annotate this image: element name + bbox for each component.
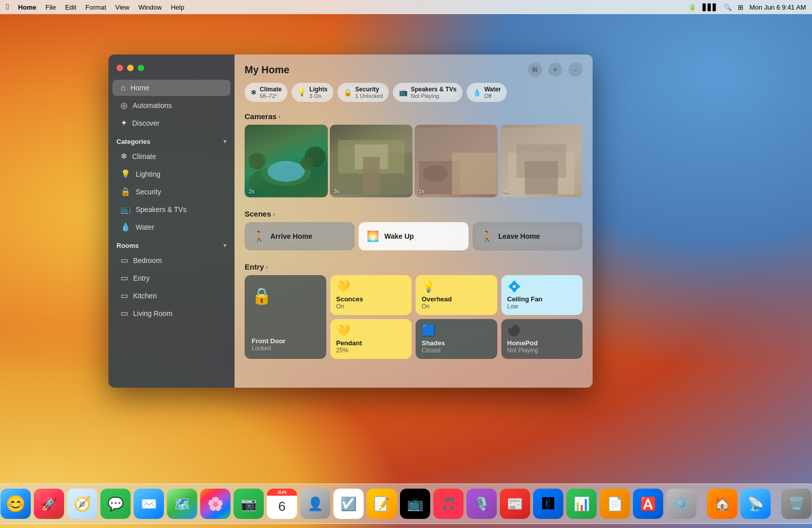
homepod-name: HomePod (507, 339, 577, 347)
scenes-chevron: › (273, 211, 275, 217)
speakers-pill[interactable]: 📺 Speakers & TVs Not Playing (393, 83, 462, 102)
dock-launchpad[interactable]: 🚀 (34, 489, 64, 519)
security-pill[interactable]: 🔒 Security 1 Unlocked (337, 83, 389, 102)
homepod-card[interactable]: ⚫ HomePod Not Playing (501, 319, 583, 359)
overhead-card[interactable]: 💡 Overhead On (416, 275, 497, 315)
dock-podcasts[interactable]: 🎙️ (467, 489, 497, 519)
entry-section-header[interactable]: Entry › (235, 258, 593, 275)
search-icon[interactable]: 🔍 (724, 4, 732, 11)
dock-numbers[interactable]: 📊 (566, 489, 597, 519)
camera-4[interactable]: 4s (500, 125, 583, 197)
dock-reminders[interactable]: ☑️ (333, 489, 364, 519)
pendant-name: Pendant (336, 339, 406, 347)
menubar-view[interactable]: View (115, 4, 130, 11)
rooms-section-header[interactable]: Rooms ▾ (108, 236, 235, 251)
dock-news[interactable]: 📰 (500, 489, 530, 519)
sidebar-item-kitchen[interactable]: ▭ Kitchen (112, 287, 230, 304)
discover-icon: ✦ (121, 118, 127, 128)
sidebar-item-security-label: Security (136, 188, 161, 196)
sidebar-item-climate[interactable]: ❄ Climate (112, 148, 230, 165)
menubar-window[interactable]: Window (138, 4, 161, 11)
sidebar-item-speakers[interactable]: 📺 Speakers & TVs (112, 201, 230, 218)
sidebar: ⌂ Home ◎ Automations ✦ Discover Categori… (108, 55, 235, 388)
dock: 😊 🚀 🧭 💬 ✉️ 🗺️ 🌸 📷 JUN 6 👤 ☑️ 📝 📺 🎵 🎙️ (0, 484, 812, 524)
security-icon: 🔒 (121, 187, 131, 196)
categories-section-header[interactable]: Categories ▾ (108, 132, 235, 147)
front-door-card[interactable]: 🔒 Front Door Locked (245, 275, 326, 359)
menubar-edit[interactable]: Edit (65, 4, 76, 11)
dock-trash[interactable]: 🗑️ (781, 489, 811, 519)
leave-icon: 🚶 (481, 230, 493, 242)
camera-3[interactable]: 1s (415, 125, 498, 197)
ceiling-fan-card[interactable]: 💠 Ceiling Fan Low (501, 275, 583, 315)
dock-separator-1 (702, 491, 702, 516)
overhead-icon: 💡 (422, 280, 435, 293)
control-center-icon[interactable]: ⊞ (738, 4, 743, 11)
cameras-chevron: › (278, 114, 280, 120)
climate-icon: ❄ (121, 151, 127, 161)
water-pill[interactable]: 💧 Water Off (467, 83, 507, 102)
scenes-section-header[interactable]: Scenes › (235, 205, 593, 222)
sidebar-item-security[interactable]: 🔒 Security (112, 183, 230, 200)
shades-card[interactable]: 🟦 Shades Closed (416, 319, 497, 359)
menubar-app-name[interactable]: Home (18, 4, 36, 11)
dock-maps[interactable]: 🗺️ (167, 489, 197, 519)
sidebar-item-discover[interactable]: ✦ Discover (112, 115, 230, 131)
sidebar-item-entry[interactable]: ▭ Entry (112, 270, 230, 286)
sidebar-item-water[interactable]: 💧 Water (112, 219, 230, 235)
dock-keynote[interactable]: 🅺 (533, 489, 563, 519)
siri-button[interactable] (528, 63, 542, 77)
automations-icon: ◎ (121, 100, 128, 110)
leave-home-button[interactable]: 🚶 Leave Home (473, 222, 583, 250)
sconces-card[interactable]: 💛 Sconces On (330, 275, 412, 315)
climate-pill[interactable]: ❄ Climate 68–72° (245, 83, 287, 102)
dock-appletv[interactable]: 📺 (400, 489, 430, 519)
water-pill-name: Water (484, 86, 501, 93)
add-button[interactable]: + (548, 63, 562, 77)
arrive-home-button[interactable]: 🚶 Arrive Home (245, 222, 355, 250)
dock-notes[interactable]: 📝 (367, 489, 397, 519)
bedroom-icon: ▭ (121, 255, 128, 265)
dock-music[interactable]: 🎵 (433, 489, 463, 519)
close-button[interactable] (117, 65, 123, 71)
more-button[interactable]: ··· (568, 63, 583, 77)
sidebar-item-home[interactable]: ⌂ Home (112, 80, 230, 96)
menubar-help[interactable]: Help (171, 4, 185, 11)
dock-facetime[interactable]: 📷 (234, 489, 264, 519)
menubar:  Home File Edit Format View Window Help… (0, 0, 812, 14)
ceiling-fan-name: Ceiling Fan (507, 295, 577, 303)
dock-appstore[interactable]: 🅰️ (633, 489, 663, 519)
homepod-icon: ⚫ (507, 324, 521, 337)
dock-messages[interactable]: 💬 (100, 489, 131, 519)
sidebar-item-home-label: Home (131, 84, 149, 92)
sidebar-item-living-room[interactable]: ▭ Living Room (112, 305, 230, 322)
dock-home[interactable]: 🏠 (707, 489, 737, 519)
security-pill-name: Security (355, 86, 383, 93)
camera-1[interactable]: 2s (245, 125, 328, 197)
minimize-button[interactable] (127, 65, 134, 71)
cameras-section-header[interactable]: Cameras › (235, 108, 593, 125)
sidebar-item-bedroom[interactable]: ▭ Bedroom (112, 252, 230, 269)
wake-up-button[interactable]: 🌅 Wake Up (359, 222, 469, 250)
dock-calendar[interactable]: JUN 6 (267, 489, 297, 519)
dock-system-prefs[interactable]: ⚙️ (666, 489, 697, 519)
maximize-button[interactable] (138, 65, 144, 71)
dock-safari[interactable]: 🧭 (67, 489, 97, 519)
dock-finder[interactable]: 😊 (1, 489, 31, 519)
dock-mail[interactable]: ✉️ (134, 489, 164, 519)
sidebar-item-lighting[interactable]: 💡 Lighting (112, 166, 230, 182)
sidebar-item-bedroom-label: Bedroom (133, 256, 162, 265)
dock-airdrop[interactable]: 📡 (740, 489, 771, 519)
sidebar-item-automations[interactable]: ◎ Automations (112, 97, 230, 114)
camera-2[interactable]: 3s (330, 125, 413, 197)
dock-pages[interactable]: 📄 (600, 489, 630, 519)
menubar-file[interactable]: File (45, 4, 56, 11)
kitchen-icon: ▭ (121, 291, 128, 300)
pendant-card[interactable]: 💛 Pendant 25% (330, 319, 412, 359)
dock-photos[interactable]: 🌸 (200, 489, 230, 519)
battery-icon: 🔋 (688, 4, 697, 11)
dock-contacts[interactable]: 👤 (300, 489, 330, 519)
apple-menu[interactable]:  (6, 3, 9, 12)
menubar-format[interactable]: Format (85, 4, 106, 11)
lights-pill[interactable]: 💡 Lights 3 On (292, 83, 333, 102)
